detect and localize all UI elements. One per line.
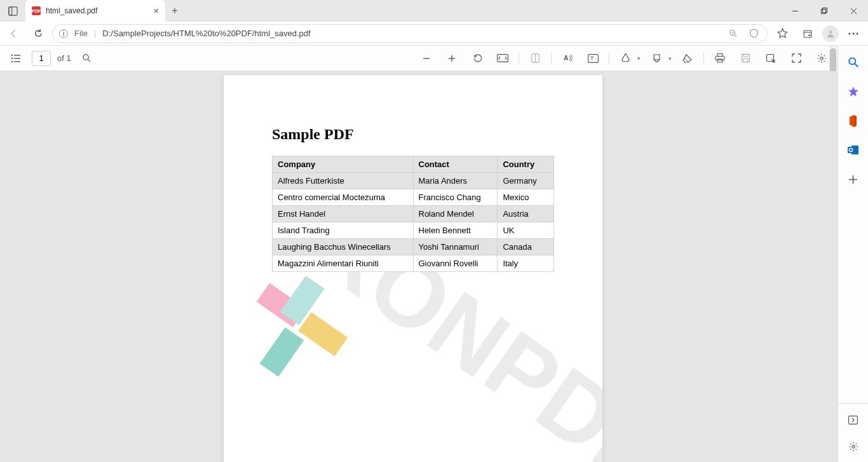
favorites-button[interactable] [771, 24, 793, 43]
document-title: Sample PDF [272, 126, 554, 143]
new-tab-button[interactable]: + [165, 1, 184, 20]
table-cell: Austria [498, 206, 554, 222]
svg-rect-3 [821, 9, 825, 13]
save-icon[interactable] [736, 49, 755, 68]
highlight-dropdown-icon[interactable]: ▾ [668, 55, 672, 62]
rotate-icon[interactable] [468, 49, 487, 68]
add-text-icon[interactable]: T [583, 49, 602, 68]
svg-rect-38 [715, 57, 724, 60]
sidebar-search-icon[interactable] [844, 53, 862, 71]
tracking-prevention-icon[interactable] [747, 29, 761, 38]
svg-point-22 [11, 60, 13, 62]
draw-dropdown-icon[interactable]: ▾ [637, 55, 641, 62]
svg-rect-4 [822, 8, 827, 12]
titlebar: PDF html_saved.pdf × + [0, 0, 868, 22]
svg-rect-42 [743, 58, 748, 62]
pdf-page: IRONPDF Sample PDF CompanyContactCountry… [224, 75, 602, 462]
contents-icon[interactable] [6, 49, 25, 68]
svg-point-20 [11, 57, 13, 58]
svg-point-17 [857, 32, 858, 34]
svg-line-46 [855, 64, 858, 67]
page-number-input[interactable] [32, 51, 51, 66]
svg-line-36 [684, 58, 689, 62]
svg-point-24 [83, 55, 88, 60]
table-cell: Yoshi Tannamuri [413, 239, 498, 255]
tab-actions-button[interactable] [0, 0, 25, 22]
table-cell: Maria Anders [413, 173, 498, 189]
svg-line-8 [735, 34, 737, 37]
draw-icon[interactable] [616, 49, 635, 68]
collections-button[interactable] [797, 24, 818, 43]
table-row: Ernst HandelRoland MendelAustria [273, 206, 554, 222]
fit-page-icon[interactable] [493, 49, 512, 68]
svg-point-14 [829, 31, 832, 34]
save-as-icon[interactable] [761, 49, 780, 68]
close-tab-button[interactable]: × [154, 6, 159, 16]
svg-point-18 [11, 54, 13, 55]
svg-point-53 [851, 445, 854, 448]
svg-point-15 [849, 32, 851, 34]
svg-rect-0 [8, 6, 17, 15]
table-cell: Island Trading [273, 222, 414, 239]
read-aloud-icon[interactable]: A [558, 49, 577, 68]
table-header: Company [273, 156, 414, 173]
page-view-icon[interactable] [526, 49, 545, 68]
table-cell: Alfreds Futterkiste [273, 173, 414, 189]
svg-text:A: A [563, 55, 568, 62]
sidebar-settings-icon[interactable] [844, 438, 862, 456]
svg-point-45 [849, 58, 855, 64]
svg-rect-48 [848, 147, 854, 153]
profile-button[interactable] [822, 25, 839, 42]
svg-rect-39 [717, 59, 722, 62]
site-info-icon[interactable]: i [59, 29, 68, 38]
svg-rect-58 [260, 327, 304, 377]
table-header: Contact [413, 156, 498, 173]
table-row: Magazzini Alimentari RiunitiGiovanni Rov… [273, 255, 554, 272]
highlight-icon[interactable] [647, 49, 666, 68]
zoom-out-icon[interactable] [417, 49, 436, 68]
tab-title: html_saved.pdf [46, 6, 97, 15]
svg-rect-10 [804, 31, 811, 37]
url-path: D:/SampleProjects/HTML%20to%20PDF/html_s… [102, 29, 720, 38]
zoom-in-icon[interactable] [442, 49, 461, 68]
find-icon[interactable] [78, 49, 97, 68]
sidebar-discover-icon[interactable] [844, 83, 862, 100]
print-icon[interactable] [710, 49, 729, 68]
table-cell: Centro comercial Moctezuma [273, 189, 414, 206]
edge-sidebar [837, 46, 868, 462]
more-button[interactable] [843, 24, 864, 43]
table-cell: Helen Bennett [413, 222, 498, 239]
sidebar-add-icon[interactable] [844, 170, 862, 188]
refresh-button[interactable] [28, 24, 48, 43]
table-cell: Mexico [498, 189, 554, 206]
sample-table: CompanyContactCountry Alfreds Futterkist… [272, 156, 554, 272]
svg-point-16 [853, 32, 855, 34]
zoom-indicator-icon[interactable] [726, 29, 740, 38]
table-cell: UK [498, 222, 554, 239]
fullscreen-icon[interactable] [787, 49, 806, 68]
minimize-button[interactable] [780, 0, 810, 22]
svg-text:T: T [590, 55, 594, 62]
back-button[interactable] [4, 24, 24, 43]
erase-icon[interactable] [678, 49, 697, 68]
sidebar-office-icon[interactable] [844, 112, 862, 130]
svg-rect-1 [8, 6, 11, 15]
svg-point-44 [820, 57, 823, 59]
pdf-viewport[interactable]: IRONPDF Sample PDF CompanyContactCountry… [0, 71, 837, 462]
sidebar-collapse-icon[interactable] [844, 411, 862, 429]
table-row: Laughing Bacchus WinecellarsYoshi Tannam… [273, 239, 554, 255]
table-cell: Canada [498, 239, 554, 255]
close-window-button[interactable] [839, 0, 868, 22]
address-bar[interactable]: i File | D:/SampleProjects/HTML%20to%20P… [52, 24, 768, 43]
sidebar-outlook-icon[interactable] [844, 141, 862, 159]
table-header: Country [498, 156, 554, 173]
table-cell: Magazzini Alimentari Riuniti [273, 255, 414, 272]
pdf-toolbar: of 1 A T ▾ ▾ [0, 46, 837, 71]
maximize-button[interactable] [810, 0, 839, 22]
table-row: Centro comercial MoctezumaFrancisco Chan… [273, 189, 554, 206]
browser-tab[interactable]: PDF html_saved.pdf × [25, 0, 165, 22]
table-cell: Giovanni Rovelli [413, 255, 498, 272]
url-scheme-label: File [74, 29, 88, 38]
table-cell: Laughing Bacchus Winecellars [273, 239, 414, 255]
table-row: Alfreds FutterkisteMaria AndersGermany [273, 173, 554, 189]
